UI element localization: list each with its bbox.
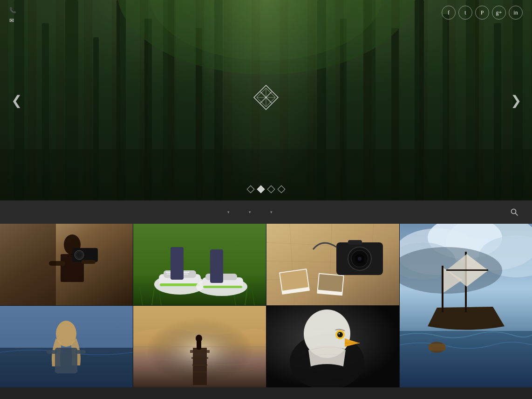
slider-next-button[interactable]: ❯: [506, 91, 525, 110]
photo-eagle[interactable]: [266, 306, 399, 387]
svg-point-33: [64, 234, 81, 255]
layouts-dropdown-arrow: ▾: [249, 210, 252, 214]
nav-item-contact[interactable]: [298, 200, 315, 224]
svg-rect-60: [266, 224, 399, 305]
svg-point-108: [290, 334, 364, 387]
svg-line-45: [233, 289, 236, 305]
svg-line-66: [369, 224, 374, 305]
svg-rect-40: [0, 224, 56, 305]
photo-shoes[interactable]: [133, 224, 266, 305]
svg-point-37: [76, 252, 82, 258]
svg-line-46: [245, 288, 247, 305]
svg-rect-56: [205, 274, 237, 280]
email-row: ✉: [9, 16, 19, 26]
svg-rect-76: [348, 240, 362, 245]
svg-point-111: [335, 330, 345, 339]
photo-grid: [0, 224, 532, 387]
slider-dot-2[interactable]: [257, 186, 265, 193]
svg-rect-85: [465, 252, 467, 312]
search-button[interactable]: [506, 200, 523, 224]
svg-rect-38: [49, 261, 65, 266]
contact-info: 📞 ✉: [9, 6, 19, 26]
google-plus-icon[interactable]: g+: [492, 6, 506, 20]
nav-item-styling[interactable]: [281, 200, 298, 224]
photo-map[interactable]: [266, 224, 399, 305]
svg-rect-32: [0, 224, 133, 305]
svg-line-42: [140, 289, 143, 305]
nav-items: ▾ ▾ ▾: [9, 200, 506, 224]
svg-rect-67: [279, 268, 310, 295]
svg-rect-96: [75, 350, 86, 354]
svg-rect-103: [193, 371, 207, 373]
category-dropdown-arrow: ▾: [227, 210, 230, 214]
photo-camera[interactable]: [0, 224, 133, 305]
svg-rect-70: [318, 274, 343, 292]
svg-rect-50: [164, 270, 196, 278]
svg-point-88: [429, 342, 445, 353]
photo-horizon[interactable]: [133, 306, 266, 387]
photo-ship[interactable]: [400, 224, 532, 387]
svg-rect-102: [192, 364, 207, 366]
svg-point-72: [348, 247, 371, 270]
svg-point-36: [75, 250, 84, 260]
svg-line-61: [266, 242, 399, 249]
svg-rect-92: [0, 348, 133, 387]
svg-rect-105: [197, 339, 201, 350]
svg-point-113: [339, 334, 341, 336]
svg-rect-89: [429, 344, 445, 351]
instagram-icon[interactable]: in: [509, 6, 523, 20]
slider-prev-button[interactable]: ❮: [7, 91, 26, 110]
svg-point-112: [337, 332, 343, 337]
svg-line-43: [152, 288, 154, 305]
logo-svg: [252, 83, 280, 111]
svg-rect-55: [202, 277, 243, 288]
phone-row: 📞: [9, 6, 19, 16]
svg-rect-91: [0, 306, 133, 348]
svg-rect-95: [47, 350, 57, 354]
svg-point-48: [154, 274, 205, 295]
svg-point-83: [400, 247, 502, 294]
svg-point-78: [400, 228, 479, 275]
svg-line-62: [266, 261, 399, 263]
svg-point-82: [479, 235, 532, 277]
slider-dots: [248, 186, 284, 192]
nav-item-layouts[interactable]: ▾: [239, 200, 260, 224]
svg-line-31: [516, 213, 518, 216]
svg-point-93: [56, 321, 76, 347]
svg-rect-35: [72, 248, 98, 262]
svg-rect-58: [171, 247, 184, 280]
svg-point-75: [358, 257, 361, 261]
slider-dot-1[interactable]: [247, 186, 255, 193]
email-icon: ✉: [9, 16, 14, 26]
svg-line-44: [159, 290, 161, 305]
svg-rect-69: [317, 273, 344, 296]
facebook-icon[interactable]: f: [442, 6, 456, 20]
svg-rect-98: [133, 306, 266, 387]
svg-line-63: [266, 277, 399, 280]
hero-section: 📞 ✉ f t P g+ in: [0, 0, 532, 200]
svg-rect-71: [336, 242, 383, 275]
svg-rect-87: [446, 269, 488, 271]
nav-item-blog[interactable]: ▾: [260, 200, 281, 224]
nav-item-category[interactable]: ▾: [217, 200, 239, 224]
svg-rect-101: [191, 357, 208, 359]
slider-dot-4[interactable]: [278, 186, 286, 193]
svg-rect-97: [133, 306, 266, 387]
pinterest-icon[interactable]: P: [475, 6, 489, 20]
nav-item-home[interactable]: [200, 200, 217, 224]
svg-rect-84: [400, 331, 532, 387]
photo-girl[interactable]: [0, 306, 133, 387]
logo-diamond: [252, 83, 280, 111]
svg-rect-53: [160, 283, 200, 286]
svg-point-80: [428, 224, 502, 259]
svg-rect-77: [400, 224, 532, 387]
svg-rect-57: [203, 286, 242, 288]
svg-rect-86: [442, 266, 443, 312]
slider-dot-3[interactable]: [267, 186, 275, 193]
phone-icon: 📞: [9, 6, 16, 16]
twitter-icon[interactable]: t: [458, 6, 472, 20]
svg-rect-68: [280, 269, 308, 290]
svg-rect-39: [82, 260, 95, 264]
blog-dropdown-arrow: ▾: [270, 210, 273, 214]
svg-rect-107: [266, 306, 399, 387]
